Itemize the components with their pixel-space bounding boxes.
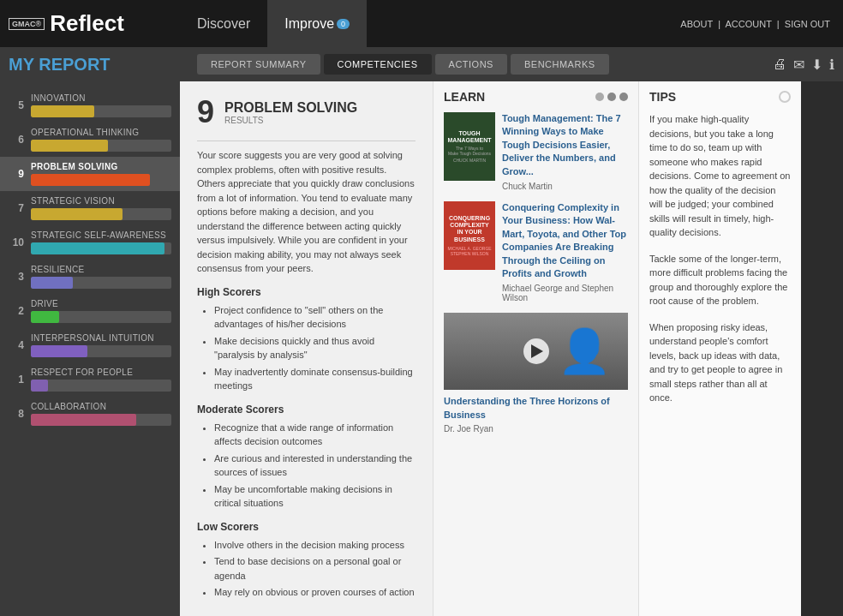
dot-2[interactable] <box>607 93 616 101</box>
sidebar-item-bar <box>31 345 87 357</box>
list-item: Project confidence to "sell" others on t… <box>214 303 416 332</box>
list-item: May be uncomfortable making decisions in… <box>214 482 416 511</box>
sidebar-item-label: RESILIENCE <box>31 265 171 274</box>
header-links: ABOUT | ACCOUNT | SIGN OUT <box>680 19 843 29</box>
tip-3: When proposing risky ideas, understand p… <box>649 320 791 405</box>
low-scorers-title: Low Scorers <box>197 521 416 533</box>
sidebar-item-bar-bg <box>31 380 171 392</box>
sidebar-item-content: STRATEGIC SELF-AWARENESS <box>31 230 171 254</box>
app-header: GMAC® Reflect Discover Improve 0 ABOUT |… <box>0 0 843 47</box>
sidebar-num: 3 <box>9 271 24 283</box>
learn-title: LEARN <box>444 90 485 104</box>
dot-1[interactable] <box>595 93 604 101</box>
sidebar-item-bar <box>31 380 48 392</box>
video-title: Understanding the Three Horizons of Busi… <box>444 395 628 422</box>
sidebar-item-content: OPERATIONAL THINKING <box>31 128 171 152</box>
sidebar-item-label: STRATEGIC VISION <box>31 196 171 206</box>
sidebar-item-content: PROBLEM SOLVING <box>31 162 171 186</box>
tip-2: Tackle some of the longer-term, more dif… <box>649 252 791 308</box>
info-icon[interactable]: ℹ <box>829 57 834 73</box>
sub-header: MY REPORT REPORT SUMMARY COMPETENCIES AC… <box>0 47 843 81</box>
sidebar-item-bar-bg <box>31 174 171 186</box>
list-item: May rely on obvious or proven courses of… <box>214 585 416 600</box>
sidebar-item-bar-bg <box>31 277 171 289</box>
book-info-1: Tough Management: The 7 Winning Ways to … <box>502 112 628 191</box>
sidebar-item-bar-bg <box>31 311 171 323</box>
sidebar-num: 4 <box>9 339 24 351</box>
sidebar-item-content: INTERPERSONAL INTUITION <box>31 333 171 357</box>
sidebar-item-content: RESILIENCE <box>31 265 171 289</box>
tab-competencies[interactable]: COMPETENCIES <box>324 54 432 75</box>
gmac-logo: GMAC® <box>9 18 45 30</box>
score-number: 9 <box>197 94 214 130</box>
print-icon[interactable]: 🖨 <box>773 57 786 72</box>
sidebar-item-bar <box>31 174 150 186</box>
book-item-1[interactable]: TOUGHMANAGEMENT The 7 Ways toMake Tough … <box>444 112 628 191</box>
download-icon[interactable]: ⬇ <box>811 57 822 73</box>
sidebar-item-drive[interactable]: 2 DRIVE <box>0 294 180 328</box>
sidebar-num: 1 <box>9 374 24 386</box>
tab-report-summary[interactable]: REPORT SUMMARY <box>197 54 320 75</box>
sub-header-icons: 🖨 ✉ ⬇ ℹ <box>773 57 834 73</box>
book-item-2[interactable]: CONQUERINGCOMPLEXITYIN YOURBUSINESS MICH… <box>444 201 628 302</box>
sidebar-item-label: COLLABORATION <box>31 402 171 411</box>
sidebar-item-label: STRATEGIC SELF-AWARENESS <box>31 230 171 240</box>
nav-tabs: Discover Improve 0 <box>180 0 367 47</box>
list-item: Involve others in the decision making pr… <box>214 538 416 553</box>
sidebar-item-bar-bg <box>31 208 171 220</box>
sidebar-item-operational-thinking[interactable]: 6 OPERATIONAL THINKING <box>0 123 180 157</box>
content-description: Your score suggests you are very good at… <box>197 148 416 276</box>
sidebar-item-interpersonal-intuition[interactable]: 4 INTERPERSONAL INTUITION <box>0 328 180 362</box>
sidebar-item-collaboration[interactable]: 8 COLLABORATION <box>0 397 180 431</box>
logo-area: GMAC® Reflect <box>0 10 180 37</box>
about-link[interactable]: ABOUT <box>680 19 713 29</box>
sidebar-item-bar <box>31 311 59 323</box>
email-icon[interactable]: ✉ <box>793 57 804 73</box>
high-scorers-list: Project confidence to "sell" others on t… <box>197 303 416 393</box>
sidebar-item-content: INNOVATION <box>31 93 171 117</box>
book-title-2: Conquering Complexity in Your Business: … <box>502 201 628 280</box>
sidebar-item-innovation[interactable]: 5 INNOVATION <box>0 88 180 123</box>
person-icon: 👤 <box>558 326 611 376</box>
sidebar-num: 7 <box>9 202 24 214</box>
tips-panel: TIPS If you make high-quality decisions,… <box>638 81 801 616</box>
main-content: 5 INNOVATION 6 OPERATIONAL THINKING 9 PR… <box>0 81 843 616</box>
sign-out-link[interactable]: SIGN OUT <box>785 19 830 29</box>
sidebar-item-strategic-vision[interactable]: 7 STRATEGIC VISION <box>0 191 180 225</box>
tab-benchmarks[interactable]: BENCHMARKS <box>511 54 609 75</box>
nav-discover[interactable]: Discover <box>180 0 267 47</box>
moderate-scorers-title: Moderate Scorers <box>197 404 416 416</box>
sidebar-item-bar-bg <box>31 242 171 254</box>
sidebar-item-label: INTERPERSONAL INTUITION <box>31 333 171 343</box>
tips-title: TIPS <box>649 90 676 104</box>
score-area: 9 PROBLEM SOLVING RESULTS <box>197 94 416 130</box>
sidebar-item-label: DRIVE <box>31 299 171 308</box>
list-item: Tend to base decisions on a personal goa… <box>214 554 416 583</box>
book-info-2: Conquering Complexity in Your Business: … <box>502 201 628 302</box>
high-scorers-title: High Scorers <box>197 286 416 298</box>
book-cover-2: CONQUERINGCOMPLEXITYIN YOURBUSINESS MICH… <box>444 201 495 270</box>
tab-group: REPORT SUMMARY COMPETENCIES ACTIONS BENC… <box>197 54 609 75</box>
tips-circle[interactable] <box>779 91 791 103</box>
sidebar-item-label: INNOVATION <box>31 93 171 103</box>
list-item: May inadvertently dominate consensus-bui… <box>214 365 416 393</box>
nav-improve[interactable]: Improve 0 <box>267 0 367 47</box>
sidebar-item-strategic-self-awareness[interactable]: 10 STRATEGIC SELF-AWARENESS <box>0 225 180 260</box>
account-link[interactable]: ACCOUNT <box>726 19 772 29</box>
video-item[interactable]: 👤 Understanding the Three Horizons of Bu… <box>444 313 628 434</box>
tip-1: If you make high-quality decisions, but … <box>649 112 791 240</box>
sidebar-item-label: OPERATIONAL THINKING <box>31 128 171 137</box>
list-item: Are curious and interested in understand… <box>214 452 416 480</box>
sidebar-item-bar-bg <box>31 414 171 426</box>
tab-actions[interactable]: ACTIONS <box>435 54 507 75</box>
sidebar-num: 9 <box>9 168 24 180</box>
dot-3[interactable] <box>619 93 628 101</box>
sidebar-item-content: DRIVE <box>31 299 171 323</box>
sidebar-item-respect-for-people[interactable]: 1 RESPECT FOR PEOPLE <box>0 362 180 397</box>
play-button[interactable] <box>523 338 549 364</box>
sidebar-item-bar-bg <box>31 140 171 152</box>
sidebar-item-problem-solving[interactable]: 9 PROBLEM SOLVING <box>0 157 180 191</box>
sidebar: 5 INNOVATION 6 OPERATIONAL THINKING 9 PR… <box>0 81 180 616</box>
sidebar-item-bar <box>31 242 164 254</box>
sidebar-item-resilience[interactable]: 3 RESILIENCE <box>0 260 180 294</box>
